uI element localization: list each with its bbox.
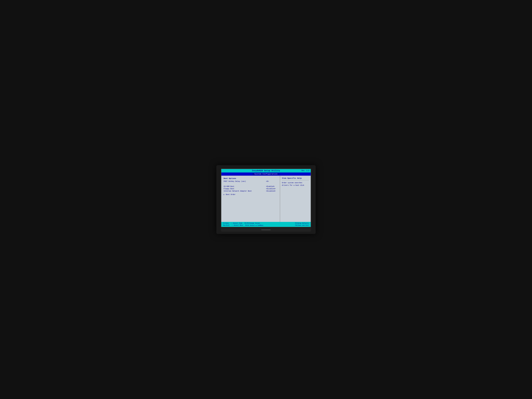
status-f9: F9 Setup Defaults: [295, 222, 309, 224]
cdrom-value: <Enabled>: [264, 185, 278, 187]
status-right: F9 Setup Defaults: [295, 222, 309, 224]
network-label: Internal Network Adapter Boot: [224, 190, 264, 192]
f10-key: F10: [295, 225, 298, 226]
menu-item-network[interactable]: Internal Network Adapter Boot <Disabled>: [224, 190, 278, 192]
network-value: <Disabled>: [264, 190, 278, 192]
separator: [224, 184, 278, 185]
status-esc: Esc Exit: [223, 225, 229, 226]
laptop-frame: InsydeH2O Setup Utility Rev. 3.5 System …: [216, 165, 316, 234]
status-f10: F10 Save and Exit: [295, 225, 309, 226]
chin-strip: [261, 230, 271, 230]
app-title: InsydeH2O Setup Utility: [252, 170, 280, 172]
cdrom-label: CD-ROM Boot: [224, 185, 264, 187]
f1-key: F1: [223, 222, 225, 224]
arrows-desc: Select Item: [233, 222, 242, 224]
floppy-value: <Disabled>: [264, 188, 278, 190]
f5f6-desc: Change Values: [249, 222, 260, 224]
f9-key: F9: [295, 222, 297, 224]
post-hotkey-row: POST HotKey Delay (sec) <0>: [224, 180, 278, 182]
lr-arrows-desc: Select Menu: [234, 225, 243, 226]
status-lr-arrows: ←→ Select Menu: [232, 225, 243, 226]
lr-arrows-key: ←→: [232, 225, 233, 226]
f10-desc: Save and Exit: [298, 225, 309, 226]
status-bar-row2: Esc Exit ←→ Select Menu Enter Select ▶ S…: [223, 225, 309, 226]
laptop-chin: [221, 228, 311, 232]
menu-item-floppy[interactable]: Floppy Boot <Disabled>: [224, 188, 278, 190]
enter-key: Enter: [245, 225, 249, 226]
floppy-label: Floppy Boot: [224, 188, 264, 190]
status-f1: F1 Help: [223, 222, 228, 224]
status-left2: Esc Exit ←→ Select Menu Enter Select ▶ S…: [223, 225, 263, 226]
boot-order-label: Boot Order: [226, 194, 235, 196]
menu-item-cdrom[interactable]: CD-ROM Boot <Enabled>: [224, 185, 278, 187]
arrows-key: ↑↓: [231, 222, 233, 224]
boot-order-item[interactable]: Boot Order: [224, 194, 278, 196]
rev-label: Rev. 3.5: [302, 170, 309, 171]
bios-screen: InsydeH2O Setup Utility Rev. 3.5 System …: [221, 169, 311, 227]
section-title: Boot Options: [224, 177, 278, 179]
status-left: F1 Help ↑↓ Select Item F5/F6 Change Valu…: [223, 222, 260, 224]
help-text: Order system searches drivers for a boot…: [282, 182, 309, 187]
status-arrows: ↑↓ Select Item: [231, 222, 242, 224]
page-title: System Configuration: [253, 173, 279, 175]
help-divider: [282, 180, 309, 180]
f9-desc: Setup Defaults: [297, 222, 309, 224]
status-f5f6: F5/F6 Change Values: [245, 222, 260, 224]
esc-key: Esc: [223, 225, 226, 226]
f5f6-key: F5/F6: [245, 222, 249, 224]
main-content: Boot Options POST HotKey Delay (sec) <0>…: [221, 176, 311, 222]
f1-desc: Help: [225, 222, 228, 224]
enter-desc: Select ▶ SubMenu: [250, 225, 263, 226]
help-title: Item Specific Help: [282, 177, 309, 179]
title-bar: InsydeH2O Setup Utility Rev. 3.5: [221, 169, 311, 172]
post-hotkey-value: <0>: [264, 180, 278, 182]
status-enter: Enter Select ▶ SubMenu: [245, 225, 263, 226]
status-bar-row1: F1 Help ↑↓ Select Item F5/F6 Change Valu…: [223, 222, 309, 224]
status-bar: F1 Help ↑↓ Select Item F5/F6 Change Valu…: [221, 222, 311, 227]
esc-desc: Exit: [226, 225, 229, 226]
post-hotkey-label: POST HotKey Delay (sec): [224, 180, 264, 182]
subtitle-bar: System Configuration: [221, 172, 311, 176]
left-panel: Boot Options POST HotKey Delay (sec) <0>…: [221, 176, 280, 222]
status-right2: F10 Save and Exit: [295, 225, 309, 226]
right-panel: Item Specific Help Order system searches…: [280, 176, 311, 222]
